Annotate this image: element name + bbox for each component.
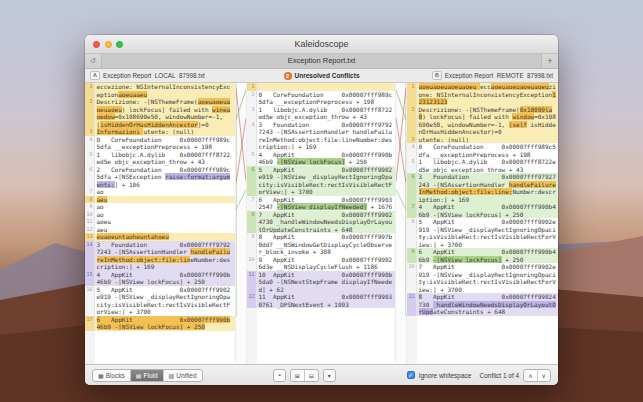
code-line[interactable]: 3utente: (null) (407, 136, 558, 144)
add-tab-button[interactable]: + (542, 54, 558, 68)
diff-content: 1eccezione: NSInternalInconsistencyExcep… (85, 83, 558, 364)
grid-plus-icon: ⊞ (295, 372, 300, 379)
line-text: ao (95, 211, 235, 219)
blocks-icon: ▦ (98, 372, 104, 379)
line-number: 4 (85, 136, 95, 151)
unresolved-conflicts-indicator[interactable]: 2 Unresolved Conflicts (284, 72, 360, 80)
view-mode-blocks[interactable]: ▦ Blocks (93, 370, 131, 381)
line-text: 10 AppKit 0x00007fff990b5da0 -[NSNextSte… (257, 271, 395, 294)
code-line[interactable]: 65 AppKit 0x00007fff9902e919 -[NSView _d… (247, 166, 395, 196)
line-text: euaoeuntaoheuntahoeu (95, 233, 235, 241)
line-number: 11 (85, 218, 95, 226)
line-text: 4 AppKit 0x00007fff990b46b9 -[NSView loc… (417, 203, 558, 218)
code-line[interactable]: 154 AppKit 0x00007fff990b46b9 -[NSView l… (85, 271, 235, 286)
code-line: 54 AppKit 0x00007fff990b46b9 -[NSView lo… (247, 151, 395, 166)
view-options-dropdown[interactable]: ▾ (323, 369, 336, 382)
code-line[interactable]: 1aoeuaoeuaoeuaoeu eccaoeuaoeuaoeuaoeuzio… (407, 83, 558, 106)
code-line[interactable]: 2Descrizione: -[NSThemeFrame(aoeuaoeuaoe… (85, 98, 235, 128)
code-line[interactable]: 1 (247, 83, 395, 91)
line-number: 8 (407, 218, 417, 248)
bottom-toolbar: ▦ Blocks ▤ Fluid ▨ Unified ▪ (85, 364, 558, 385)
code-line[interactable]: 63 Foundation 0x00007fff97927243 -[NSAss… (407, 173, 558, 203)
code-line[interactable]: 87 AppKit 0x00007fff99024730 _handleWind… (247, 211, 395, 234)
history-icon[interactable]: ↺ (85, 54, 101, 68)
file-a-badge: A (90, 71, 100, 80)
code-line: 76 AppKit 0x00007fff99032547 -[NSView di… (247, 196, 395, 211)
line-number: 1 (407, 83, 417, 106)
conflict-count-badge: 2 (284, 72, 292, 80)
line-text: 1 libobjc.A.dylib 0x00007fff8722ed5e obj… (257, 106, 395, 121)
code-line[interactable]: 74 AppKit 0x00007fff990b46b9 -[NSView lo… (407, 203, 558, 218)
code-line: 85 AppKit 0x00007fff9902e919 -[NSView _d… (407, 218, 558, 248)
code-line[interactable]: 143 Foundation 0x00007fff97927243 -[NSAs… (85, 241, 235, 271)
pane-merged[interactable]: 1 20 CoreFoundation 0x00007fff989c5dfa _… (247, 83, 395, 364)
pane-remote[interactable]: 1aoeuaoeuaoeuaoeu eccaoeuaoeuaoeuaoeuzio… (407, 83, 558, 364)
line-number: 1 (247, 83, 257, 91)
line-text: ao (95, 203, 235, 211)
line-number: 2 (247, 91, 257, 106)
line-number: 12 (85, 226, 95, 234)
connector-lines-left (236, 83, 246, 317)
line-number: 1 (85, 83, 95, 98)
kaleidoscope-window: Kaleidoscope ↺ Exception Report.txt + A … (85, 35, 558, 385)
line-number: 8 (85, 196, 95, 204)
tab-bar: ↺ Exception Report.txt + (85, 54, 558, 69)
diff-connector-left (235, 83, 247, 364)
previous-conflict-button[interactable]: ∧ (524, 370, 537, 381)
diff-connector-right (395, 83, 407, 364)
code-line[interactable]: 1110 AppKit 0x00007fff990b5da0 -[NSNextS… (247, 271, 395, 294)
line-number: 4 (407, 143, 417, 158)
code-line[interactable]: 176 AppKit 0x00007fff990b46b9 -[NSView l… (85, 316, 235, 331)
window-titlebar[interactable]: Kaleidoscope (85, 35, 558, 54)
line-number: 15 (85, 271, 95, 286)
traffic-lights (93, 41, 123, 48)
line-text: 6 AppKit 0x00007fff990b46b9 -[NSView loc… (417, 248, 558, 263)
block-detail-button[interactable]: ▪ (273, 369, 285, 382)
code-line[interactable]: 96 AppKit 0x00007fff990b46b9 -[NSView lo… (407, 248, 558, 263)
zoom-in-button[interactable]: ⊞ (291, 370, 305, 381)
code-line[interactable]: 1211 AppKit 0x00007fff99030761 _DPSNextE… (247, 293, 395, 308)
line-text: 9 AppKit 0x00007fff99026d3e __NSDisplayC… (257, 256, 395, 271)
code-line[interactable]: 118 AppKit 0x00007fff99024730 _handleWin… (407, 293, 558, 316)
line-number: 10 (407, 263, 417, 293)
line-number: 9 (247, 233, 257, 256)
view-mode-fluid[interactable]: ▤ Fluid (131, 370, 164, 381)
next-conflict-button[interactable]: ∨ (538, 370, 550, 381)
code-line[interactable]: 3Informazioni utente: (null) (85, 128, 235, 136)
code-line: 31 libobjc.A.dylib 0x00007fff8722ed5e ob… (247, 106, 395, 121)
ignore-whitespace-checkbox[interactable]: ✓ (407, 371, 415, 379)
code-line: 11aoeu (85, 218, 235, 226)
block-detail-icon: ▪ (278, 372, 280, 378)
line-number: 14 (85, 241, 95, 271)
line-text: 0 CoreFoundation 0x00007fff989c5dfa __ex… (417, 143, 558, 158)
code-line: 98 AppKit 0x00007fff997b0dd7 __NSWindowG… (247, 233, 395, 256)
minimize-button[interactable] (105, 41, 112, 48)
line-number: 12 (247, 293, 257, 308)
line-number: 4 (247, 121, 257, 151)
line-text: 7 AppKit 0x00007fff99024730 _handleWindo… (257, 211, 395, 234)
tab-exception-report[interactable]: Exception Report.txt (101, 54, 542, 68)
zoom-out-button[interactable]: ⊟ (305, 370, 318, 381)
line-number: 6 (407, 173, 417, 203)
line-number: 10 (85, 211, 95, 219)
window-title: Kaleidoscope (294, 39, 348, 49)
code-line[interactable]: 1eccezione: NSInternalInconsistencyExcep… (85, 83, 235, 98)
line-number: 16 (85, 286, 95, 316)
fullscreen-button[interactable] (116, 41, 123, 48)
pane-local[interactable]: 1eccezione: NSInternalInconsistencyExcep… (85, 83, 235, 364)
code-line[interactable]: 13euaoeuntaoheuntahoeu (85, 233, 235, 241)
code-line[interactable]: 8aeu (85, 196, 235, 204)
code-line: 12aeu (85, 226, 235, 234)
line-text: 5 AppKit 0x00007fff9902e919 -[NSView _di… (95, 286, 235, 316)
line-text: 0 CoreFoundation 0x00007fff989c5dfa __ex… (257, 91, 395, 106)
code-line[interactable]: 2Descrizione: -[NSThemeFrame(0x10099la0)… (407, 106, 558, 136)
tab-title: Exception Report.txt (288, 56, 356, 65)
view-mode-unified[interactable]: ▨ Unified (164, 370, 202, 381)
line-number: 11 (407, 293, 417, 316)
grid-icon: ⊟ (309, 372, 314, 379)
line-text: 4 AppKit 0x00007fff990b46b9 -[NSView loc… (257, 151, 395, 166)
line-number: 6 (247, 166, 257, 196)
line-text: Descrizione: -[NSThemeFrame(0x10099la0) … (417, 106, 558, 136)
close-button[interactable] (93, 41, 100, 48)
file-b-section: B Exception Report_REMOTE_87998.txt (360, 71, 554, 80)
